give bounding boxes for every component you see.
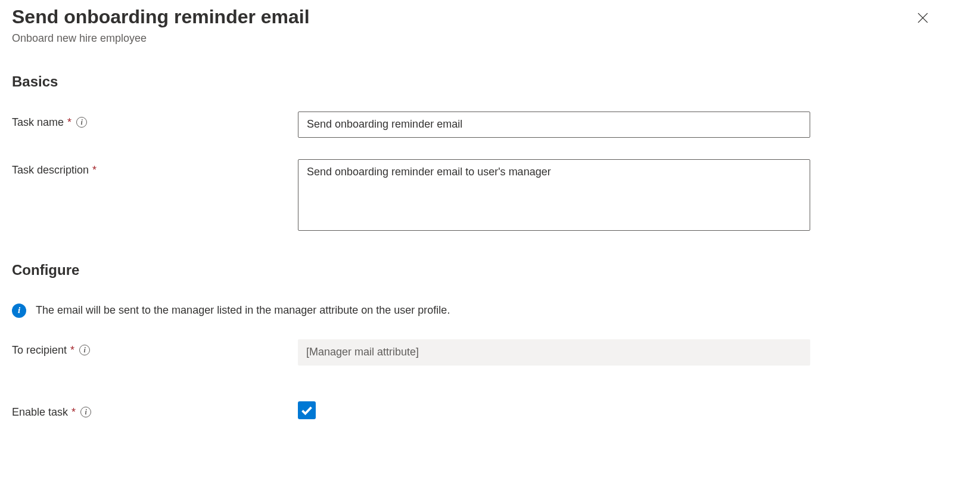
info-icon[interactable]: i	[79, 345, 90, 355]
page-subtitle: Onboard new hire employee	[12, 32, 310, 45]
task-name-label: Task name	[12, 116, 64, 129]
to-recipient-field: [Manager mail attribute]	[298, 339, 810, 366]
enable-task-label: Enable task	[12, 406, 68, 419]
required-indicator: *	[92, 164, 97, 177]
close-icon	[917, 13, 928, 23]
to-recipient-label: To recipient	[12, 344, 67, 357]
checkmark-icon	[301, 404, 313, 416]
basics-heading: Basics	[12, 73, 968, 90]
configure-heading: Configure	[12, 262, 968, 278]
required-indicator: *	[67, 116, 71, 129]
page-title: Send onboarding reminder email	[12, 5, 310, 30]
info-icon[interactable]: i	[80, 407, 91, 417]
info-icon: i	[12, 304, 26, 318]
task-description-label: Task description	[12, 164, 89, 177]
required-indicator: *	[71, 406, 76, 419]
info-icon[interactable]: i	[76, 117, 87, 128]
task-name-input[interactable]	[298, 112, 810, 138]
info-banner-text: The email will be sent to the manager li…	[36, 304, 450, 317]
enable-task-checkbox[interactable]	[298, 401, 316, 419]
required-indicator: *	[70, 344, 74, 357]
close-button[interactable]	[913, 8, 932, 27]
task-description-input[interactable]	[298, 159, 810, 231]
